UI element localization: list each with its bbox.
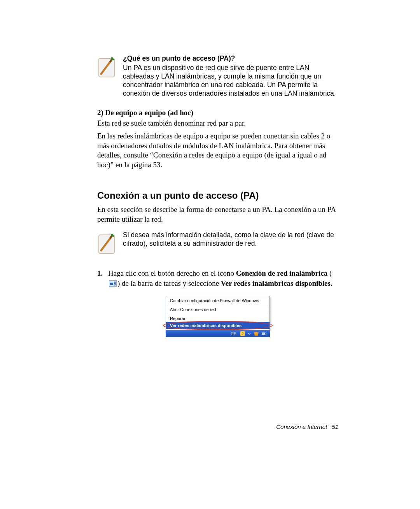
- svg-rect-7: [110, 283, 113, 285]
- note-icon: [97, 233, 116, 257]
- taskbar: ES ?: [166, 330, 270, 337]
- note-body: Un PA es un dispositivo de red que sirve…: [123, 64, 336, 97]
- adhoc-paragraph-1: Esta red se suele también denominar red …: [97, 119, 338, 128]
- taskbar-language[interactable]: ES: [231, 332, 236, 336]
- bold-view-networks: Ver redes inalámbricas disponibles.: [221, 279, 332, 287]
- context-menu: Cambiar configuración de Firewall de Win…: [166, 296, 270, 330]
- svg-text:?: ?: [242, 332, 243, 336]
- taskbar-tray-icons: ?: [240, 331, 268, 336]
- svg-point-2: [113, 59, 114, 60]
- menu-item-open-connections[interactable]: Abrir Conexiones de red: [166, 306, 270, 313]
- note-body: Si desea más información detallada, como…: [123, 231, 334, 247]
- note-block-access-point: ¿Qué es un punto de acceso (PA)? Un PA e…: [97, 54, 338, 98]
- section-heading: Conexión a un punto de acceso (PA): [97, 190, 338, 201]
- svg-point-4: [111, 234, 113, 236]
- wireless-tray-icon: [109, 279, 117, 289]
- note-icon: [97, 56, 116, 81]
- step-1: 1. Haga clic con el botón derecho en el …: [97, 268, 338, 289]
- note-block-admin: Si desea más información detallada, como…: [97, 231, 338, 257]
- context-menu-screenshot: Cambiar configuración de Firewall de Win…: [166, 296, 270, 337]
- step-text: Haga clic con el botón derecho en el ico…: [108, 268, 338, 289]
- svg-rect-10: [262, 332, 265, 335]
- menu-separator: [168, 305, 268, 305]
- menu-item-firewall[interactable]: Cambiar configuración de Firewall de Win…: [166, 297, 270, 304]
- footer-label: Conexión a Internet: [276, 423, 327, 430]
- svg-point-5: [113, 235, 114, 237]
- svg-point-1: [111, 57, 113, 59]
- subheading-adhoc: 2) De equipo a equipo (ad hoc): [97, 108, 338, 117]
- page-footer: Conexión a Internet 51: [276, 423, 338, 430]
- menu-item-view-networks[interactable]: Ver redes inalámbricas disponibles: [166, 322, 270, 329]
- shield-icon: [254, 331, 259, 336]
- section-intro: En esta sección se describe la forma de …: [97, 205, 338, 224]
- note-title: ¿Qué es un punto de acceso (PA)?: [123, 54, 338, 63]
- footer-page-number: 51: [332, 423, 338, 430]
- step-number: 1.: [97, 268, 108, 278]
- menu-separator: [168, 314, 268, 314]
- adhoc-paragraph-2: En las redes inalámbricas de equipo a eq…: [97, 131, 338, 170]
- document-page: ¿Qué es un punto de acceso (PA)? Un PA e…: [0, 0, 420, 509]
- bold-wireless-connection: Conexión de red inalámbrica: [236, 269, 328, 277]
- menu-item-repair[interactable]: Reparar: [166, 315, 270, 322]
- wireless-tray-icon[interactable]: [261, 331, 268, 336]
- chevron-icon: [247, 332, 251, 336]
